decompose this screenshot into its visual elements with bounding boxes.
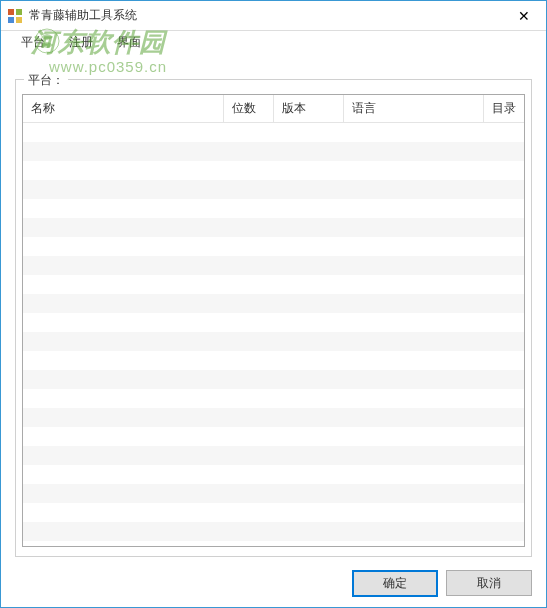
table-row[interactable] <box>23 522 524 541</box>
table-row[interactable] <box>23 142 524 161</box>
table-row[interactable] <box>23 370 524 389</box>
table-row[interactable] <box>23 180 524 199</box>
platform-groupbox: 平台： 名称 位数 版本 语言 目录 <box>15 79 532 557</box>
menu-platform[interactable]: 平台 <box>9 31 57 54</box>
table-row[interactable] <box>23 161 524 180</box>
platform-table[interactable]: 名称 位数 版本 语言 目录 <box>23 95 524 541</box>
table-row[interactable] <box>23 313 524 332</box>
table-row[interactable] <box>23 427 524 446</box>
menu-interface[interactable]: 界面 <box>105 31 153 54</box>
app-icon <box>7 8 23 24</box>
svg-rect-1 <box>16 9 22 15</box>
table-row[interactable] <box>23 199 524 218</box>
window-title: 常青藤辅助工具系统 <box>29 7 137 24</box>
table-row[interactable] <box>23 218 524 237</box>
menubar: 平台 注册 界面 <box>1 31 546 53</box>
column-language[interactable]: 语言 <box>343 95 483 123</box>
table-body <box>23 123 524 541</box>
button-bar: 确定 取消 <box>352 570 532 597</box>
table-row[interactable] <box>23 484 524 503</box>
table-row[interactable] <box>23 332 524 351</box>
ok-button[interactable]: 确定 <box>352 570 438 597</box>
groupbox-title: 平台： <box>24 72 68 89</box>
table-row[interactable] <box>23 275 524 294</box>
column-directory[interactable]: 目录 <box>483 95 524 123</box>
column-name[interactable]: 名称 <box>23 95 223 123</box>
column-version[interactable]: 版本 <box>273 95 343 123</box>
table-row[interactable] <box>23 408 524 427</box>
table-row[interactable] <box>23 465 524 484</box>
table-row[interactable] <box>23 503 524 522</box>
svg-rect-3 <box>16 17 22 23</box>
svg-rect-2 <box>8 17 14 23</box>
content-area: 平台： 名称 位数 版本 语言 目录 <box>1 53 546 567</box>
table-header-row: 名称 位数 版本 语言 目录 <box>23 95 524 123</box>
titlebar: 常青藤辅助工具系统 ✕ <box>1 1 546 31</box>
table-row[interactable] <box>23 351 524 370</box>
table-row[interactable] <box>23 294 524 313</box>
table-row[interactable] <box>23 446 524 465</box>
column-bits[interactable]: 位数 <box>223 95 273 123</box>
cancel-button[interactable]: 取消 <box>446 570 532 596</box>
platform-table-container: 名称 位数 版本 语言 目录 <box>22 94 525 547</box>
table-row[interactable] <box>23 237 524 256</box>
table-row[interactable] <box>23 256 524 275</box>
table-row[interactable] <box>23 123 524 142</box>
svg-rect-0 <box>8 9 14 15</box>
menu-register[interactable]: 注册 <box>57 31 105 54</box>
table-row[interactable] <box>23 389 524 408</box>
close-button[interactable]: ✕ <box>501 1 546 30</box>
